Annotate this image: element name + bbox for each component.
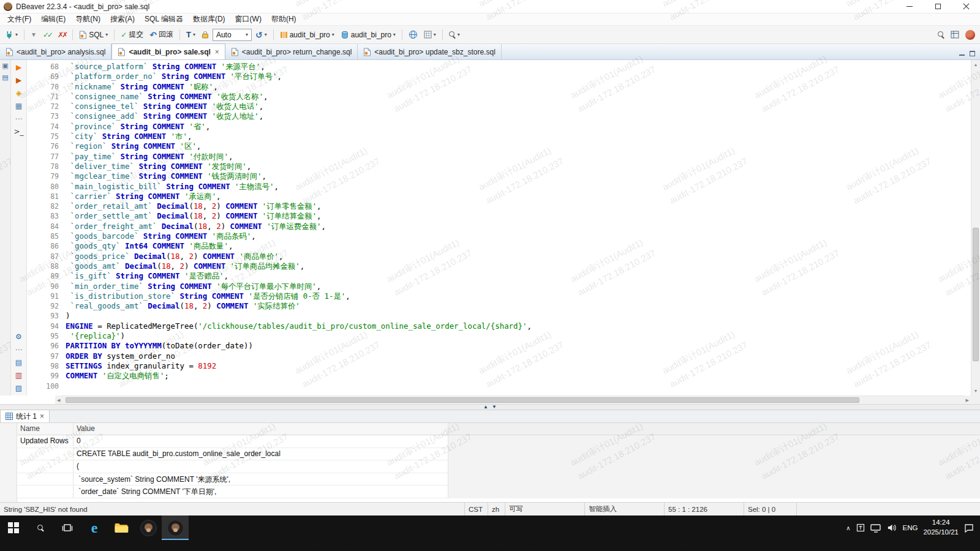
code-line[interactable]: 68 `source_platform` String COMMENT '来源平… [27,62,971,72]
editor-tab[interactable]: <audit_bi_pro> return_change.sql [225,44,358,59]
editor-tab[interactable]: <audit_bi_pro> update_sbz_store.sql [358,44,501,59]
code-line[interactable]: 81 `carrier` String COMMENT '承运商', [27,192,971,201]
code-line[interactable]: 75 `city` String COMMENT '市', [27,132,971,141]
code-line[interactable]: 94ENGINE = ReplicatedMergeTree('/clickho… [27,321,971,331]
maximize-button[interactable] [924,0,952,13]
tray-clock[interactable]: 14:24 2025/10/21 [923,518,959,537]
status-language[interactable]: zh [488,503,505,515]
menu-item[interactable]: 导航(N) [70,13,105,26]
rollback-all-button[interactable]: ✗✗ [55,29,69,41]
tray-network-icon[interactable] [870,523,881,533]
status-writable[interactable]: 可写 [505,503,584,515]
table-row[interactable]: ( [17,460,980,473]
code-line[interactable]: 100 [27,381,971,391]
column-header-value[interactable]: Value [74,423,448,435]
code-line[interactable]: 88 `goods_amt` Decimal(18, 2) COMMENT '订… [27,261,971,271]
settings-gear-icon[interactable]: ⚙ [15,333,22,340]
code-line[interactable]: 98SETTINGS index_granularity = 8192 [27,361,971,371]
menu-item[interactable]: 编辑(E) [36,13,70,26]
code-line[interactable]: 77 `pay_time` String COMMENT '付款时间', [27,152,971,162]
menu-item[interactable]: 文件(F) [2,13,36,26]
explain-plan-icon[interactable]: ◈ [16,89,21,97]
transaction-history-button[interactable]: ↺ ▾ [253,29,270,41]
status-selection[interactable]: Sel: 0 | 0 [744,503,796,515]
close-results-tab-icon[interactable]: × [40,412,44,421]
tray-volume-icon[interactable] [887,523,897,532]
tray-ime-icon[interactable] [856,523,865,532]
code-line[interactable]: 82 `order_retail_amt` Decimal(18, 2) COM… [27,201,971,211]
open-console-icon[interactable]: >_ [13,128,23,135]
table-row[interactable]: `order_date` String COMMENT '下单日期', [17,485,980,498]
database-selector[interactable]: audit_bi_pro ▾ [338,29,398,41]
code-line[interactable]: 78 `deliver_time` String COMMENT '发货时间', [27,162,971,171]
code-line[interactable]: 97ORDER BY system_order_no [27,351,971,361]
code-line[interactable]: 99COMMENT '自定义电商销售'; [27,371,971,381]
table-row[interactable]: CREATE TABLE audit_bi_pro.custom_online_… [17,448,980,461]
transaction-mode-button[interactable]: T ▾ [184,28,198,41]
editor-hscrollbar[interactable] [62,395,963,404]
quick-search-button[interactable] [935,29,947,40]
execute-statement-icon[interactable]: ▶ [16,64,21,71]
code-line[interactable]: 72 `consignee_tel` String COMMENT '收货人电话… [27,102,971,111]
collapse-down-icon[interactable]: ▼ [492,405,497,410]
menu-item[interactable]: 帮助(H) [266,13,301,26]
overflow-menu-icon[interactable]: ⋯ [15,346,23,353]
file-explorer-button[interactable] [108,515,135,540]
table-row[interactable]: `source_system` String COMMENT '来源系统', [17,473,980,486]
overflow-menu-icon[interactable]: ⋯ [15,115,23,122]
commit-button[interactable]: ✓ 提交 [118,28,146,42]
status-timezone[interactable]: CST [464,503,488,515]
maximize-view-icon[interactable] [970,51,975,56]
vscroll-thumb[interactable] [973,228,979,361]
code-line[interactable]: 76 `region` String COMMENT '区', [27,141,971,151]
output-log-icon[interactable]: ▤ [15,359,22,366]
fetch-next-button[interactable]: ▼ [28,29,39,40]
dbeaver-community-button[interactable] [963,28,978,42]
code-line[interactable]: 93) [27,311,971,321]
execute-script-icon[interactable]: ▶ [16,77,21,84]
action-center-button[interactable] [964,523,974,533]
new-connection-button[interactable]: ▾ [2,29,20,41]
code-line[interactable]: 89 `is_gift` String COMMENT '是否赠品', [27,271,971,281]
collapse-up-icon[interactable]: ▲ [483,405,488,410]
dbeaver-taskbar-button-active[interactable] [162,515,189,540]
perspective-button[interactable] [948,29,962,40]
auto-commit-combo[interactable]: Auto ▾ [213,29,252,41]
code-line[interactable]: 91 `is_distribution_store` String COMMEN… [27,291,971,301]
table-row[interactable]: Updated Rows0 [17,435,980,448]
minimize-view-icon[interactable] [959,51,965,56]
panel-splitter[interactable]: ▲ ▼ [0,404,980,410]
results-tab-stats[interactable]: 统计 1 × [0,410,50,422]
code-line[interactable]: 95 '{replica}') [27,331,971,341]
scroll-left-icon[interactable]: ◀ [55,395,62,404]
menu-item[interactable]: 数据库(D) [188,13,230,26]
code-line[interactable]: 74 `province` String COMMENT '省', [27,122,971,132]
code-line[interactable]: 71 `consignee_name` String COMMENT '收货人名… [27,92,971,102]
dbeaver-taskbar-button[interactable] [135,515,162,540]
code-line[interactable]: 85 `goods_barcode` String COMMENT '商品条码'… [27,231,971,241]
execution-log-icon[interactable]: ▧ [15,384,22,392]
code-line[interactable]: 80 `main_logistic_bill` String COMMENT '… [27,182,971,192]
menu-item[interactable]: SQL 编辑器 [140,13,188,26]
code-line[interactable]: 87 `goods_price` Decimal(18, 2) COMMENT … [27,252,971,261]
hscroll-thumb[interactable] [66,397,859,403]
code-line[interactable]: 84 `order_freight_amt` Decimal(18, 2) CO… [27,222,971,231]
close-tab-icon[interactable]: × [215,48,219,56]
menu-item[interactable]: 搜索(A) [105,13,140,26]
sql-editor-button[interactable]: SQL ▾ [77,29,110,41]
commit-all-button[interactable]: ✓✓ [40,29,54,41]
editor-tab[interactable]: <audit_bi_pro> analysis.sql [0,44,111,59]
menu-item[interactable]: 窗口(W) [230,13,266,26]
taskbar-search-button[interactable] [27,515,54,540]
tray-language[interactable]: ENG [903,524,918,531]
code-line[interactable]: 70 `nickname` String COMMENT '昵称', [27,82,971,92]
status-caret-position[interactable]: 55 : 1 : 2126 [664,503,744,515]
status-insert-mode[interactable]: 智能插入 [584,503,664,515]
tray-chevron-up-icon[interactable]: ∧ [846,525,850,531]
restore-panel-icon[interactable]: ▣ [2,62,8,69]
code-line[interactable]: 69 `platform_order_no` String COMMENT '平… [27,72,971,81]
search-dropdown-button[interactable]: ▾ [447,29,462,40]
close-button[interactable] [952,0,980,13]
code-line[interactable]: 83 `order_settle_amt` Decimal(18, 2) COM… [27,211,971,221]
globe-button[interactable] [406,28,420,41]
